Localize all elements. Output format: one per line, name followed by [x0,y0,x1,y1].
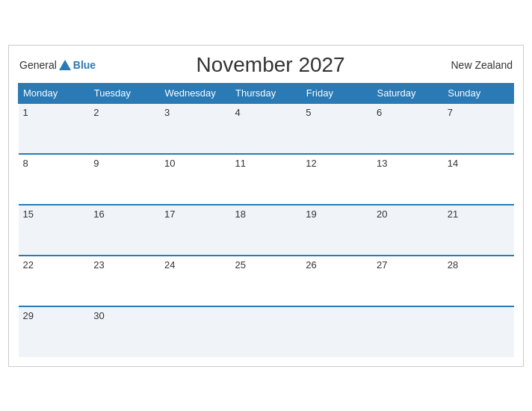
calendar-table: Monday Tuesday Wednesday Thursday Friday… [18,83,514,357]
header-thursday: Thursday [231,83,302,103]
header-sunday: Sunday [443,83,514,103]
week-row-2: 8 9 10 11 12 13 14 [19,154,514,205]
day-16: 16 [89,205,160,256]
day-empty-2 [231,306,302,357]
day-6: 6 [372,103,443,154]
day-3: 3 [160,103,231,154]
day-18: 18 [231,205,302,256]
day-10: 10 [160,154,231,205]
day-14: 14 [443,154,514,205]
calendar-container: General Blue November 2027 New Zealand M… [8,45,524,367]
day-13: 13 [372,154,443,205]
day-7: 7 [443,103,514,154]
day-empty-3 [301,306,372,357]
day-29: 29 [19,306,90,357]
logo-blue-text: Blue [73,59,96,71]
day-30: 30 [89,306,160,357]
logo-triangle-icon [59,60,71,70]
day-25: 25 [231,256,302,306]
day-22: 22 [19,256,90,306]
country-label: New Zealand [445,59,513,71]
calendar-tbody: 1 2 3 4 5 6 7 8 9 10 11 12 13 14 15 16 1… [19,103,514,357]
day-19: 19 [301,205,372,256]
header-tuesday: Tuesday [89,83,160,103]
day-empty-4 [372,306,443,357]
day-11: 11 [231,154,302,205]
day-4: 4 [231,103,302,154]
day-23: 23 [89,256,160,306]
day-empty-1 [160,306,231,357]
week-row-4: 22 23 24 25 26 27 28 [19,256,514,306]
week-row-3: 15 16 17 18 19 20 21 [19,205,514,256]
weekday-header-row: Monday Tuesday Wednesday Thursday Friday… [19,83,514,103]
day-5: 5 [301,103,372,154]
week-row-5: 29 30 [19,306,514,357]
header-friday: Friday [301,83,372,103]
day-empty-5 [443,306,514,357]
logo: General Blue [19,59,96,71]
day-24: 24 [160,256,231,306]
day-21: 21 [443,205,514,256]
calendar-title: November 2027 [96,53,445,77]
calendar-header: General Blue November 2027 New Zealand [18,53,514,77]
week-row-1: 1 2 3 4 5 6 7 [19,103,514,154]
day-8: 8 [19,154,90,205]
day-2: 2 [89,103,160,154]
day-9: 9 [89,154,160,205]
day-12: 12 [301,154,372,205]
day-27: 27 [372,256,443,306]
day-20: 20 [372,205,443,256]
header-wednesday: Wednesday [160,83,231,103]
day-1: 1 [19,103,90,154]
calendar-thead: Monday Tuesday Wednesday Thursday Friday… [19,83,514,103]
day-26: 26 [301,256,372,306]
day-15: 15 [19,205,90,256]
header-saturday: Saturday [372,83,443,103]
day-17: 17 [160,205,231,256]
header-monday: Monday [19,83,90,103]
day-28: 28 [443,256,514,306]
logo-general-text: General [19,59,57,71]
